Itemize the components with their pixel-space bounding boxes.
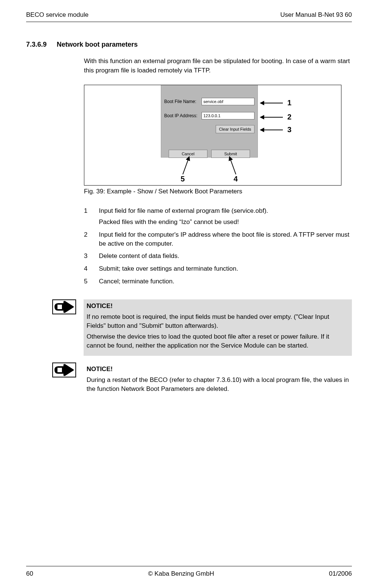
content-column: With this function an external program f… bbox=[84, 57, 352, 286]
callout-arrow-2: 2 bbox=[260, 113, 291, 121]
list-text: Delete content of data fields. bbox=[99, 252, 352, 261]
list-text: Input field for the computer's IP addres… bbox=[99, 230, 352, 248]
footer-row: 60 © Kaba Benzing GmbH 01/2006 bbox=[26, 570, 352, 578]
section-title: Network boot parameters bbox=[57, 41, 138, 48]
notice-2: NOTICE! During a restart of the BECO (re… bbox=[26, 363, 352, 399]
header-left: BECO service module bbox=[26, 11, 88, 19]
list-text: Submit; take over settings and terminate… bbox=[99, 264, 352, 273]
list-number: 4 bbox=[84, 264, 99, 273]
page: BECO service module User Manual B-Net 93… bbox=[0, 0, 378, 399]
figure-box: Boot File Name: service.obf Boot IP Addr… bbox=[84, 85, 341, 186]
header-rule bbox=[26, 22, 352, 22]
callout-3: 3 bbox=[287, 125, 291, 134]
list-item: 2 Input field for the computer's IP addr… bbox=[84, 230, 352, 248]
notice-title: NOTICE! bbox=[87, 365, 349, 374]
list-text-line: Input field for file name of external pr… bbox=[99, 207, 268, 214]
action-row: Cancel Submit bbox=[161, 148, 257, 159]
ui-panel: Boot File Name: service.obf Boot IP Addr… bbox=[161, 85, 258, 158]
callout-1: 1 bbox=[287, 99, 291, 107]
notice-box: NOTICE! During a restart of the BECO (re… bbox=[84, 363, 352, 399]
boot-ip-input[interactable]: 123.0.0.1 bbox=[202, 112, 254, 119]
callout-5: 5 bbox=[181, 175, 185, 183]
list-number: 1 bbox=[84, 206, 99, 227]
list-number: 2 bbox=[84, 230, 99, 248]
list-item: 5 Cancel; terminate function. bbox=[84, 277, 352, 286]
list-number: 3 bbox=[84, 252, 99, 261]
section-heading: 7.3.6.9 Network boot parameters bbox=[26, 41, 352, 49]
notice-box: NOTICE! If no remote boot is required, t… bbox=[84, 299, 352, 356]
page-footer: 60 © Kaba Benzing GmbH 01/2006 bbox=[26, 566, 352, 578]
boot-file-input[interactable]: service.obf bbox=[202, 98, 254, 105]
callout-arrow-1: 1 bbox=[260, 99, 291, 107]
list-number: 5 bbox=[84, 277, 99, 286]
numbered-list: 1 Input field for file name of external … bbox=[84, 206, 352, 286]
notice-title: NOTICE! bbox=[87, 302, 349, 311]
boot-file-row: Boot File Name: service.obf bbox=[161, 96, 257, 107]
callout-arrow-3: 3 bbox=[260, 125, 291, 134]
notice-1: NOTICE! If no remote boot is required, t… bbox=[26, 299, 352, 356]
clear-row: Clear Input Fields bbox=[161, 124, 257, 135]
page-header: BECO service module User Manual B-Net 93… bbox=[26, 11, 352, 19]
list-item: 3 Delete content of data fields. bbox=[84, 252, 352, 261]
pointing-hand-icon bbox=[52, 299, 76, 314]
list-text: Input field for file name of external pr… bbox=[99, 206, 352, 227]
intro-paragraph: With this function an external program f… bbox=[84, 57, 352, 75]
footer-date: 01/2006 bbox=[329, 570, 352, 578]
boot-file-label: Boot File Name: bbox=[164, 99, 202, 104]
callout-4: 4 bbox=[234, 175, 238, 183]
boot-ip-row: Boot IP Address: 123.0.0.1 bbox=[161, 110, 257, 121]
list-text: Cancel; terminate function. bbox=[99, 277, 352, 286]
page-number: 60 bbox=[26, 570, 33, 578]
header-right: User Manual B-Net 93 60 bbox=[280, 11, 352, 19]
callout-2: 2 bbox=[287, 113, 291, 121]
list-item: 4 Submit; take over settings and termina… bbox=[84, 264, 352, 273]
list-item: 1 Input field for file name of external … bbox=[84, 206, 352, 227]
notice-paragraph: Otherwise the device tries to load the q… bbox=[87, 332, 349, 351]
notice-paragraph: If no remote boot is required, the input… bbox=[87, 312, 349, 331]
section-number: 7.3.6.9 bbox=[26, 41, 47, 48]
copyright: © Kaba Benzing GmbH bbox=[148, 570, 214, 578]
boot-ip-label: Boot IP Address: bbox=[164, 113, 202, 118]
list-text-line: Packed files with the ending “Izo” canno… bbox=[99, 218, 352, 227]
figure-caption: Fig. 39: Example - Show / Set Network Bo… bbox=[84, 188, 352, 195]
notice-paragraph: During a restart of the BECO (refer to c… bbox=[87, 376, 349, 394]
clear-input-button[interactable]: Clear Input Fields bbox=[216, 125, 254, 133]
pointing-hand-icon bbox=[52, 363, 76, 377]
footer-rule bbox=[26, 566, 352, 566]
